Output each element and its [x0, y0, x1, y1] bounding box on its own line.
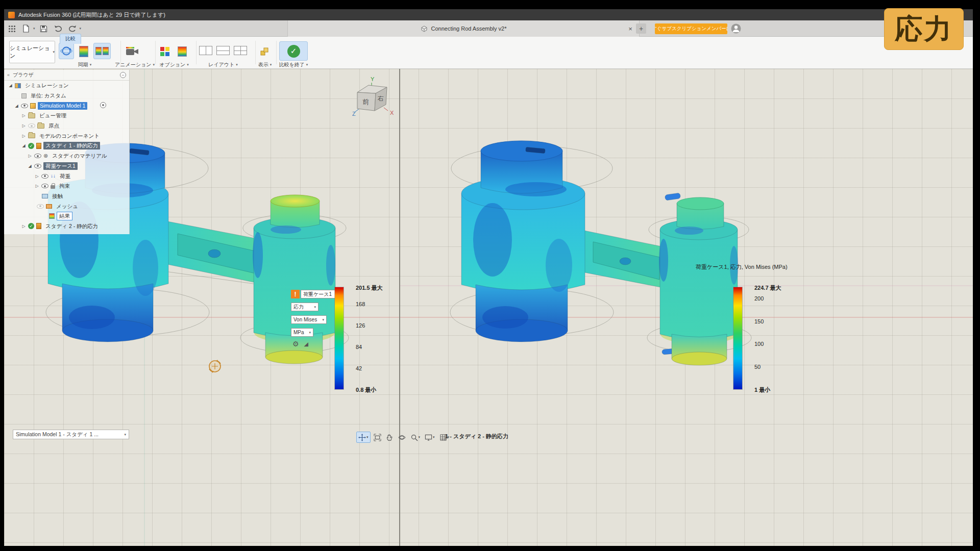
- tree-item-contacts[interactable]: 接触: [4, 191, 129, 202]
- animation-button[interactable]: [125, 44, 140, 59]
- viewport-divider[interactable]: [399, 69, 400, 546]
- options-scale-button[interactable]: [176, 45, 189, 58]
- legend-warning-icon[interactable]: !: [291, 290, 300, 298]
- activate-radio-icon[interactable]: [100, 102, 106, 108]
- subscription-button[interactable]: 今すぐサブスクリプションメンバーに...: [655, 23, 727, 34]
- compare-context-tab[interactable]: 比較: [60, 34, 81, 44]
- visibility-eye-icon[interactable]: [21, 104, 28, 108]
- tree-item-results[interactable]: 結果: [4, 211, 129, 221]
- display-group-label[interactable]: 表示▾: [253, 61, 277, 68]
- tree-expanded-icon[interactable]: ◢: [21, 143, 26, 148]
- zoom-button[interactable]: ▾: [409, 432, 422, 443]
- finish-compare-button[interactable]: ✓: [279, 41, 308, 61]
- caret-down-icon: ▾: [309, 331, 311, 335]
- layout-vertical-button[interactable]: [199, 46, 212, 55]
- select-tool-button[interactable]: ▾: [356, 432, 371, 443]
- tree-item-model-components[interactable]: ▷ モデルのコンポーネント: [4, 131, 129, 141]
- left-tick: 126: [356, 322, 365, 329]
- display-settings-button[interactable]: [258, 45, 272, 58]
- tree-item-simulation-model[interactable]: ◢ Simulation Model 1: [4, 101, 129, 111]
- tree-collapsed-icon[interactable]: ▷: [35, 174, 39, 179]
- undo-icon[interactable]: [53, 23, 64, 34]
- tree-collapsed-icon[interactable]: ▷: [21, 113, 26, 118]
- tree-item-study-materials[interactable]: ▷ ⊗ スタディのマテリアル: [4, 151, 129, 161]
- tree-collapsed-icon[interactable]: ▷: [28, 154, 32, 158]
- tree-expanded-icon[interactable]: ◢: [8, 83, 13, 88]
- save-icon[interactable]: [38, 23, 50, 34]
- finish-compare-label[interactable]: 比較を終了▾: [275, 61, 312, 68]
- layout-group-label[interactable]: レイアウト▾: [205, 61, 241, 68]
- caret-down-icon[interactable]: ▾: [80, 27, 82, 31]
- animation-group-label[interactable]: アニメーション▾: [112, 61, 157, 68]
- tree-collapsed-icon[interactable]: ▷: [21, 134, 26, 138]
- tree-item-study1[interactable]: ◢ ✓ スタディ 1 - 静的応力: [4, 141, 129, 151]
- axis-y-label: Y: [371, 76, 375, 82]
- tree-collapsed-icon[interactable]: ▷: [35, 184, 39, 188]
- tree-collapsed-icon[interactable]: ▷: [21, 123, 26, 128]
- layout-horizontal-button[interactable]: [216, 46, 230, 55]
- options-group-label[interactable]: オプション▾: [155, 61, 193, 68]
- orbit-button[interactable]: [397, 432, 407, 443]
- file-menu-icon[interactable]: [20, 23, 32, 34]
- pan-hand-button[interactable]: [384, 432, 395, 443]
- caret-down-icon: ▾: [53, 50, 55, 54]
- tree-item-constraints[interactable]: ▷ 拘束: [4, 181, 129, 191]
- redo-icon[interactable]: [67, 23, 78, 34]
- new-tab-button[interactable]: +: [636, 23, 646, 34]
- tree-item-units[interactable]: 単位: カスタム: [4, 91, 129, 101]
- constraint-lock-icon: [51, 185, 55, 189]
- visibility-eye-icon[interactable]: [34, 154, 41, 158]
- browser-minimize-icon[interactable]: −: [120, 72, 126, 78]
- viewcube[interactable]: Y Z X 前 右: [347, 75, 396, 119]
- document-tab[interactable]: Connecting Rod Assembly v2* ×: [287, 20, 640, 37]
- sync-camera-button[interactable]: [59, 43, 74, 59]
- visibility-eye-icon[interactable]: [37, 204, 44, 209]
- tree-item-mesh[interactable]: メッシュ: [4, 201, 129, 211]
- results-icon: [49, 213, 55, 219]
- caret-down-icon: ▾: [124, 433, 126, 437]
- contact-icon: [42, 194, 48, 198]
- options-colormap-button[interactable]: [158, 45, 172, 58]
- collapse-left-icon[interactable]: «: [7, 72, 10, 78]
- component-dropdown[interactable]: Von Mises▾: [291, 315, 327, 324]
- tree-item-view-management[interactable]: ▷ ビュー管理: [4, 111, 129, 121]
- layout-grid-button[interactable]: [234, 46, 247, 55]
- left-tick-min: 0.8 最小: [356, 386, 376, 394]
- tree-item-simulation[interactable]: ◢ シミュレーション: [4, 81, 129, 91]
- result-type-dropdown[interactable]: 応力▾: [291, 303, 318, 311]
- caret-down-icon: ▾: [187, 63, 189, 67]
- unit-dropdown[interactable]: MPa▾: [291, 328, 313, 337]
- tree-item-loads[interactable]: ▷ ↓↓ 荷重: [4, 171, 129, 181]
- caret-down-icon[interactable]: ▾: [33, 27, 35, 31]
- visibility-eye-icon[interactable]: [28, 123, 35, 128]
- tree-expanded-icon[interactable]: ◢: [14, 104, 19, 108]
- app-grid-menu-icon[interactable]: [6, 23, 17, 34]
- model-study-selector[interactable]: Simulation Model 1 - スタディ 1 ...▾: [13, 430, 129, 439]
- document-tabbar: ▾ ▾ Connecting Rod Assembly v2* × + 今すぐサ…: [4, 20, 973, 37]
- tab-close-icon[interactable]: ×: [626, 24, 635, 33]
- sync-legend-button[interactable]: [77, 44, 90, 59]
- sync-results-button[interactable]: [93, 43, 111, 59]
- fit-view-button[interactable]: [372, 432, 383, 443]
- folder-icon: [28, 133, 35, 138]
- tree-item-study2[interactable]: ▷ ✓ スタディ 2 - 静的応力: [4, 221, 129, 232]
- tree-collapsed-icon[interactable]: ▷: [21, 224, 26, 229]
- result-view-icon: [103, 47, 109, 55]
- sync-group-label[interactable]: 同期▾: [59, 61, 111, 68]
- plot-icon[interactable]: ◢: [304, 341, 308, 347]
- user-avatar[interactable]: [731, 23, 741, 34]
- display-settings-button[interactable]: ▾: [423, 432, 436, 443]
- visibility-eye-icon[interactable]: [34, 164, 41, 168]
- 3d-viewport-canvas[interactable]: « ブラウザ − ◢ シミュレーション 単位: カスタム ◢ Simulatio…: [4, 69, 973, 546]
- right-viewport-caption: 荷重ケース1, 応力, Von Mises (MPa): [696, 263, 788, 271]
- gear-icon[interactable]: ⚙: [292, 340, 299, 348]
- tree-item-load-case1[interactable]: ◢ 荷重ケース1: [4, 161, 129, 171]
- simulation-scene[interactable]: [4, 69, 973, 546]
- visibility-eye-icon[interactable]: [41, 184, 48, 188]
- tree-item-origin[interactable]: ▷ 原点: [4, 121, 129, 131]
- workspace-selector[interactable]: シミュレーション ▾: [9, 41, 55, 63]
- caret-down-icon: ▾: [366, 435, 369, 439]
- tree-expanded-icon[interactable]: ◢: [28, 164, 32, 168]
- visibility-eye-icon[interactable]: [41, 174, 48, 179]
- left-tick: 84: [356, 344, 362, 350]
